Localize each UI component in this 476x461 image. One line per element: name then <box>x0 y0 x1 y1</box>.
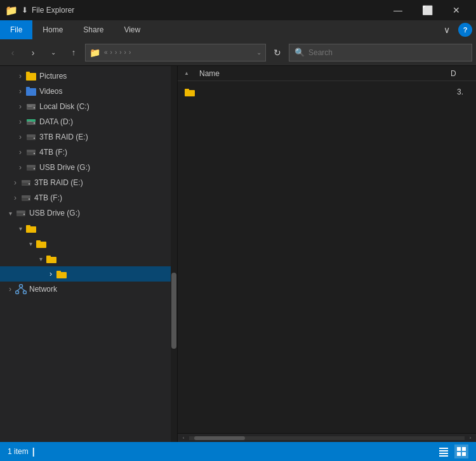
svg-point-18 <box>34 153 35 154</box>
address-folder-icon: 📁 <box>89 48 100 58</box>
maximize-button[interactable]: ⬜ <box>413 0 442 20</box>
file-item[interactable]: 3. <box>178 84 476 100</box>
sidebar-item-4tbF-root[interactable]: 4TB (F:) <box>0 190 177 205</box>
sidebar-scrollbar[interactable] <box>171 66 177 442</box>
sidebar-item-raid3tbE-sub[interactable]: 3TB RAID (E:) <box>0 129 177 145</box>
expand-videos[interactable] <box>15 84 25 99</box>
content-header: ▲ Name D <box>178 66 476 81</box>
expand-pictures[interactable] <box>15 68 25 84</box>
svg-rect-46 <box>439 448 448 449</box>
close-button[interactable]: ✕ <box>442 0 471 20</box>
minimize-button[interactable]: — <box>383 0 413 20</box>
search-input[interactable] <box>308 48 466 57</box>
expand-folder4[interactable] <box>46 266 56 282</box>
expand-raid3tbE-root[interactable] <box>10 175 20 190</box>
col-date-header[interactable]: D <box>451 69 470 78</box>
h-scroll-thumb[interactable] <box>194 436 245 440</box>
addr-arrow-right1: › <box>109 49 114 56</box>
tab-view[interactable]: View <box>114 20 150 39</box>
svg-rect-48 <box>439 453 448 454</box>
expand-usbG-root[interactable] <box>5 205 15 221</box>
address-bar[interactable]: 📁 « › › › › › ⌄ <box>85 44 266 62</box>
cursor-indicator: | <box>32 446 35 457</box>
dataD-icon <box>25 116 37 127</box>
tab-file[interactable]: File <box>0 20 32 39</box>
network-icon <box>15 283 27 295</box>
content-area: ▲ Name D 3. ‹ › <box>178 66 476 442</box>
sidebar-label-network: Network <box>29 285 172 294</box>
expand-raid3tbE-sub[interactable] <box>15 129 25 145</box>
svg-point-7 <box>34 107 35 108</box>
app-title: File Explorer <box>32 6 74 15</box>
svg-point-27 <box>29 198 30 200</box>
sidebar-item-usbG-root[interactable]: USB Drive (G:) <box>0 205 177 221</box>
sidebar-item-folder2[interactable] <box>0 236 177 251</box>
title-bar: 📁 ⬇ File Explorer — ⬜ ✕ <box>0 0 476 20</box>
svg-rect-8 <box>28 106 32 107</box>
file-item-date: 3. <box>457 88 463 96</box>
expand-4tbF-root[interactable] <box>10 190 20 205</box>
tab-home[interactable]: Home <box>32 20 73 39</box>
folder2-icon <box>36 238 47 249</box>
expand-localDisk[interactable] <box>15 99 25 114</box>
ribbon-collapse-chevron[interactable]: ∨ <box>438 22 456 37</box>
expand-folder1[interactable] <box>15 221 25 236</box>
status-left: 1 item | <box>8 446 35 457</box>
tab-share[interactable]: Share <box>73 20 114 39</box>
expand-folder3[interactable] <box>36 251 46 266</box>
expand-dataD[interactable] <box>15 114 25 129</box>
search-icon: 🔍 <box>294 48 305 57</box>
expand-network[interactable] <box>5 282 15 297</box>
svg-point-11 <box>34 122 35 124</box>
sidebar-item-folder3[interactable] <box>0 251 177 266</box>
expand-folder2[interactable] <box>25 236 36 251</box>
folder1-icon <box>25 223 37 234</box>
content-list: 3. <box>178 81 476 433</box>
col-name-header[interactable]: Name <box>199 69 446 78</box>
sidebar-label-videos: Videos <box>39 87 172 96</box>
address-dropdown-icon[interactable]: ⌄ <box>256 49 261 56</box>
forward-button[interactable]: › <box>24 44 42 62</box>
search-bar[interactable]: 🔍 <box>289 44 472 62</box>
recent-locations-button[interactable]: ⌄ <box>44 44 62 62</box>
sidebar-item-4tbF-sub[interactable]: 4TB (F:) <box>0 145 177 160</box>
h-scroll-track[interactable] <box>189 436 465 440</box>
sidebar-item-pictures[interactable]: Pictures <box>0 68 177 84</box>
svg-rect-52 <box>457 452 461 456</box>
sidebar-item-usbG-sub[interactable]: USB Drive (G:) <box>0 160 177 175</box>
quick-access-icon[interactable]: ⬇ <box>22 6 28 15</box>
view-details-button[interactable] <box>437 445 451 458</box>
toolbar: ‹ › ⌄ ↑ 📁 « › › › › › ⌄ ↻ 🔍 <box>0 39 476 66</box>
svg-rect-12 <box>28 121 32 122</box>
back-button[interactable]: ‹ <box>4 44 22 62</box>
sidebar-item-folder4[interactable] <box>0 266 177 282</box>
svg-rect-49 <box>439 455 448 457</box>
sidebar-label-4tbF-root: 4TB (F:) <box>34 193 172 202</box>
expand-usbG-sub[interactable] <box>15 160 25 175</box>
sidebar-scrollbar-thumb[interactable] <box>171 273 176 349</box>
svg-rect-4 <box>26 87 30 89</box>
sidebar-item-videos[interactable]: Videos <box>0 84 177 99</box>
view-tiles-button[interactable] <box>454 445 468 458</box>
expand-4tbF-sub[interactable] <box>15 145 25 160</box>
usbG-icon-sub <box>25 162 37 173</box>
status-right <box>437 445 468 458</box>
h-scroll-right[interactable]: › <box>466 434 475 443</box>
h-scroll-left[interactable]: ‹ <box>179 434 188 443</box>
sidebar-item-localDisk[interactable]: Local Disk (C:) <box>0 99 177 114</box>
sidebar-item-network[interactable]: Network <box>0 282 177 297</box>
svg-rect-38 <box>56 271 61 273</box>
svg-rect-45 <box>185 89 189 91</box>
up-button[interactable]: ↑ <box>65 44 83 62</box>
pictures-icon <box>25 70 37 82</box>
svg-point-24 <box>29 183 30 185</box>
sidebar-item-raid3tbE-root[interactable]: 3TB RAID (E:) <box>0 175 177 190</box>
sidebar-item-dataD[interactable]: DATA (D:) <box>0 114 177 129</box>
svg-point-41 <box>23 291 27 294</box>
addr-arrow-left: « <box>103 49 109 56</box>
file-folder-icon <box>184 86 195 98</box>
refresh-button[interactable]: ↻ <box>268 44 286 62</box>
help-button[interactable]: ? <box>458 23 472 37</box>
sidebar-label-usbG-root: USB Drive (G:) <box>29 209 172 218</box>
sidebar-item-folder1[interactable] <box>0 221 177 236</box>
